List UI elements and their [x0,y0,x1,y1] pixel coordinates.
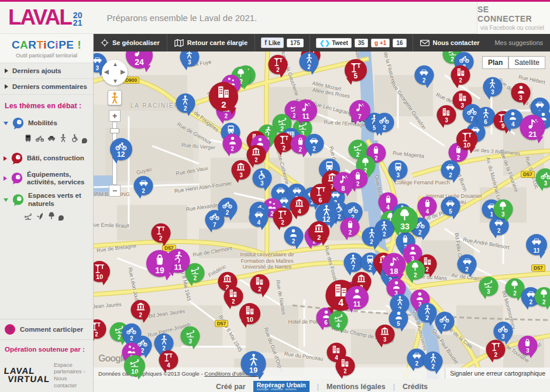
map-marker-walker[interactable]: 19 [241,351,266,376]
legal-notice-link[interactable]: Mentions légales [326,383,386,391]
map-marker-building[interactable]: 2 [250,274,269,294]
map-marker-tree[interactable]: 2 [405,260,425,280]
map-marker-tree[interactable]: 3 [493,200,513,219]
map-marker-wheelchair[interactable]: 3 [252,169,271,188]
map-marker-bike[interactable]: 7 [435,312,454,331]
geolocate-button[interactable]: Se géolocaliser [94,34,167,51]
map-marker-bus[interactable]: 3 [389,160,408,180]
map-marker-building[interactable]: 3 [436,105,456,125]
map-marker-bank[interactable]: 3 [231,160,250,180]
theme-toggle[interactable]: Espaces verts et naturels [4,192,90,207]
pan-right-arrow[interactable]: ▶ [121,68,125,75]
back-to-wide-map-button[interactable]: Retour carte élargie [167,34,255,51]
street-view-pegman[interactable] [108,90,122,105]
map-marker-car[interactable]: 2 [134,176,153,195]
map-marker-bike[interactable]: 3 [536,169,550,188]
map-marker-walker[interactable]: 3 [180,51,199,67]
map-marker-person[interactable]: 2 [223,133,242,153]
map-marker-seesaw[interactable]: 3 [181,326,200,346]
map-marker-person[interactable]: 3 [511,83,531,102]
map-marker-car[interactable]: 2 [441,160,460,180]
contact-button[interactable]: Nous contacter [413,34,487,51]
map-marker-tree[interactable]: 33 [391,207,418,233]
map-marker-car[interactable]: 2 [458,255,477,274]
google-plus-one-button[interactable]: g+1 [371,39,390,47]
map-marker-person[interactable]: 5 [389,309,408,328]
how-to-participate-link[interactable]: ? Comment carticiper [0,319,93,340]
map-marker-walker[interactable]: 2 [424,352,443,371]
map-marker-bike[interactable]: 2 [374,113,394,132]
partner-links[interactable]: Espace partenaires - Nous contacter [54,362,90,390]
map-marker-walker[interactable]: 2 [362,227,381,246]
theme-toggle[interactable]: Bâti, construction [4,152,90,165]
pan-down-arrow[interactable]: ▼ [112,78,118,84]
reperage-urbain-logo[interactable]: Repérage Urbainsociologie · urbanisme · … [253,381,310,392]
map-marker-bike[interactable]: 12 [110,138,132,160]
map-marker-music[interactable]: 18 [382,253,406,277]
map-marker-music[interactable]: 21 [520,115,545,140]
map-marker-crane[interactable]: 2 [486,340,506,359]
sidebar-item-derniers-ajouts[interactable]: Derniers ajouts [0,63,93,79]
map-marker-crane[interactable]: 10 [456,129,477,150]
map-marker-building[interactable]: 2 [209,82,238,111]
map-canvas[interactable]: La FuyeLA RACINIÈREAv. de FougèresRue de… [94,51,550,379]
map-marker-building[interactable]: 2 [451,66,470,85]
map-marker-walker[interactable]: 2 [176,94,195,113]
login-button[interactable]: SE CONNECTER via Facebook ou courriel [477,2,550,34]
map-marker-person[interactable]: 11 [345,286,369,310]
map-marker-bag[interactable]: 3 [518,335,537,355]
map-marker-seesaw[interactable]: 10 [124,355,145,376]
map-marker-person[interactable]: 2 [284,226,303,246]
map-pan-control[interactable]: ▲ ▼ ◀ ▶ [102,60,128,85]
map-marker-music[interactable]: 7 [349,100,370,121]
map-marker-bank[interactable]: 3 [375,325,394,344]
my-suggestions-link[interactable]: Mes suggestions [494,39,550,46]
tweet-button[interactable]: ❮❯Tweet [316,38,352,48]
map-marker-building[interactable]: 10 [239,303,260,324]
credits-link[interactable]: Crédits [403,383,428,391]
map-type-plan-button[interactable]: Plan [482,56,508,69]
map-marker-bike[interactable]: 3 [493,322,513,341]
map-marker-building[interactable]: 2 [224,286,243,305]
map-marker-building[interactable]: 2 [335,356,355,376]
zoom-out-button[interactable]: − [109,185,121,197]
map-marker-crane[interactable]: 4 [159,350,178,370]
pan-left-arrow[interactable]: ◀ [104,68,109,75]
zoom-in-button[interactable]: + [109,110,121,122]
facebook-like-button[interactable]: fLike [261,37,284,48]
laval-virtual-logo[interactable]: LAVAL VIRTUAL [3,367,51,384]
map-marker-music[interactable]: 24 [126,51,153,68]
theme-toggle[interactable]: Mobilités [4,117,90,130]
map-marker-walker[interactable]: 3 [483,77,502,97]
map-marker-bank[interactable]: 4 [290,197,309,216]
zoom-slider-handle[interactable] [110,128,119,133]
laval-2021-logo[interactable]: LAVAL 20 21 [8,8,82,27]
map-marker-crane[interactable]: 5 [345,59,367,81]
map-marker-car[interactable]: 4 [249,207,269,226]
map-marker-crane[interactable]: 2 [151,223,170,243]
sidebar-item-derniers-commentaires[interactable]: Derniers commentaires [0,79,93,95]
report-map-error-link[interactable]: Signaler une erreur cartographique [445,368,550,379]
map-marker-bag[interactable]: 4 [418,197,437,216]
map-marker-music[interactable]: 8 [333,172,354,193]
map-marker-music[interactable]: 11 [295,99,317,122]
map-marker-bag[interactable]: 19 [146,250,173,277]
map-marker-bank[interactable]: 2 [131,300,150,319]
map-marker-crane[interactable]: 2 [273,207,292,226]
carticipe-logo[interactable]: CARTiCiPE ! Outil participatif territori… [0,34,93,63]
map-marker-seesaw[interactable]: 3 [479,277,498,296]
map-marker-crane[interactable]: 2 [269,55,288,74]
map-marker-car[interactable]: 5 [441,197,460,216]
map-marker-bike[interactable]: 7 [205,209,224,229]
map-marker-walker[interactable]: 2 [300,52,319,71]
map-marker-crane[interactable]: 6 [310,184,331,205]
theme-toggle[interactable]: Équipements, activités, services [4,171,90,186]
map-marker-walker[interactable]: 2 [418,303,437,322]
map-marker-car[interactable]: 11 [526,234,547,255]
map-marker-tree[interactable]: 2 [534,287,550,307]
map-marker-car[interactable]: 2 [414,66,434,85]
map-type-satellite-button[interactable]: Satellite [508,56,545,69]
map-marker-car[interactable]: 2 [304,133,324,153]
map-marker-bank[interactable]: 2 [308,221,329,242]
map-marker-bag[interactable]: 2 [341,218,360,237]
